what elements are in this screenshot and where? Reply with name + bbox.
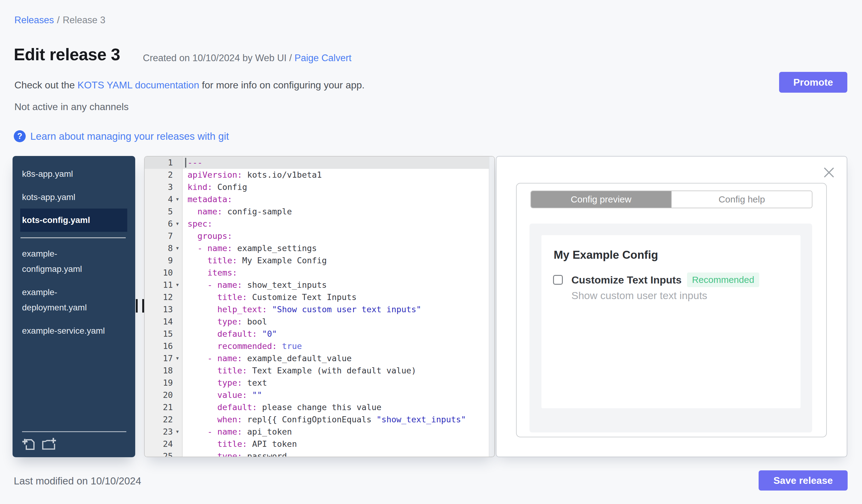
token-k: spec: [187, 219, 212, 228]
author-link[interactable]: Paige Calvert [295, 53, 351, 63]
token-k: - name: [187, 354, 242, 363]
fold-spacer [173, 205, 182, 218]
token-k: help_text: [187, 305, 267, 314]
code-content[interactable]: groups: [183, 230, 489, 242]
code-line-3[interactable]: 3kind: Config [145, 181, 489, 193]
fold-spacer [173, 340, 182, 352]
code-content[interactable]: - name: api_token [183, 426, 489, 438]
tab-config-help[interactable]: Config help [671, 191, 812, 208]
text-cursor [185, 158, 186, 168]
code-content[interactable]: metadata: [183, 193, 489, 205]
line-number: 17 [145, 352, 173, 364]
code-line-14[interactable]: 14 type: bool [145, 316, 489, 328]
code-line-22[interactable]: 22 when: repl{{ ConfigOptionEquals "show… [145, 413, 489, 426]
code-line-1[interactable]: 1--- [145, 157, 489, 169]
code-line-2[interactable]: 2apiVersion: kots.io/v1beta1 [145, 169, 489, 181]
code-line-6[interactable]: 6▾spec: [145, 218, 489, 230]
code-content[interactable]: apiVersion: kots.io/v1beta1 [183, 169, 489, 181]
yaml-code-editor[interactable]: 1---2apiVersion: kots.io/v1beta13kind: C… [144, 156, 495, 457]
code-content[interactable]: default: please change this value [183, 401, 489, 413]
code-line-4[interactable]: 4▾metadata: [145, 193, 489, 205]
fold-arrow-icon[interactable]: ▾ [173, 218, 182, 230]
sidebar-file-example-service-yaml[interactable]: example-service.yaml [13, 323, 109, 339]
code-content[interactable]: - name: show_text_inputs [183, 279, 489, 291]
code-content[interactable]: recommended: true [183, 340, 489, 352]
fold-arrow-icon[interactable]: ▾ [173, 193, 182, 205]
line-number: 16 [145, 340, 173, 352]
token-v: example_default_value [242, 354, 352, 363]
code-line-18[interactable]: 18 title: Text Example (with default val… [145, 364, 489, 377]
code-line-9[interactable]: 9 title: My Example Config [145, 254, 489, 267]
fold-spacer [173, 401, 182, 413]
gutter-line-1: 1 [145, 157, 183, 169]
code-line-21[interactable]: 21 default: please change this value [145, 401, 489, 413]
sidebar-file-example-deployment-yaml[interactable]: example-deployment.yaml [13, 285, 109, 315]
close-icon[interactable] [823, 167, 835, 178]
code-line-16[interactable]: 16 recommended: true [145, 340, 489, 352]
token-k: title: [187, 292, 247, 302]
code-line-25[interactable]: 25 type: password [145, 450, 489, 457]
fold-arrow-icon[interactable]: ▾ [173, 426, 182, 438]
code-line-5[interactable]: 5 name: config-sample [145, 205, 489, 218]
code-line-20[interactable]: 20 value: "" [145, 389, 489, 401]
code-content[interactable]: type: bool [183, 316, 489, 328]
code-content[interactable]: type: text [183, 377, 489, 389]
code-content[interactable]: name: config-sample [183, 205, 489, 218]
code-content[interactable]: --- [183, 157, 489, 169]
code-content[interactable]: - name: example_default_value [183, 352, 489, 364]
code-line-23[interactable]: 23▾ - name: api_token [145, 426, 489, 438]
code-content[interactable]: title: Text Example (with default value) [183, 364, 489, 377]
sidebar-file-k8s-app-yaml[interactable]: k8s-app.yaml [13, 167, 109, 182]
add-folder-icon[interactable] [41, 437, 56, 452]
code-line-7[interactable]: 7 groups: [145, 230, 489, 242]
git-releases-link[interactable]: Learn about managing your releases with … [30, 131, 229, 142]
promote-button[interactable]: Promote [779, 72, 847, 93]
add-file-icon[interactable] [22, 437, 37, 452]
code-line-24[interactable]: 24 title: API token [145, 438, 489, 450]
code-content[interactable]: title: API token [183, 438, 489, 450]
code-content[interactable]: type: password [183, 450, 489, 457]
line-number: 15 [145, 328, 173, 340]
code-line-17[interactable]: 17▾ - name: example_default_value [145, 352, 489, 364]
code-content[interactable]: - name: example_settings [183, 242, 489, 254]
save-release-button[interactable]: Save release [759, 470, 848, 491]
code-content[interactable]: when: repl{{ ConfigOptionEquals "show_te… [183, 413, 489, 426]
code-line-15[interactable]: 15 default: "0" [145, 328, 489, 340]
code-content[interactable]: help_text: "Show custom user text inputs… [183, 303, 489, 316]
config-group-title: My Example Config [554, 249, 658, 262]
code-content[interactable]: spec: [183, 218, 489, 230]
code-content[interactable]: kind: Config [183, 181, 489, 193]
page-title: Edit release 3 [14, 45, 120, 64]
code-line-11[interactable]: 11▾ - name: show_text_inputs [145, 279, 489, 291]
code-line-8[interactable]: 8▾ - name: example_settings [145, 242, 489, 254]
fold-arrow-icon[interactable]: ▾ [173, 242, 182, 254]
tab-config-preview[interactable]: Config preview [531, 191, 671, 208]
editor-scrollbar[interactable] [489, 157, 494, 456]
token-k: type: [187, 451, 242, 457]
token-v: Customize Text Inputs [247, 292, 357, 302]
code-line-10[interactable]: 10 items: [145, 267, 489, 279]
code-content[interactable]: title: Customize Text Inputs [183, 291, 489, 303]
code-content[interactable]: title: My Example Config [183, 254, 489, 267]
kots-yaml-docs-link[interactable]: KOTS YAML documentation [77, 80, 199, 91]
sidebar-file-kots-app-yaml[interactable]: kots-app.yaml [13, 190, 109, 205]
code-line-19[interactable]: 19 type: text [145, 377, 489, 389]
code-line-13[interactable]: 13 help_text: "Show custom user text inp… [145, 303, 489, 316]
token-k: groups: [187, 231, 232, 241]
code-content[interactable]: items: [183, 267, 489, 279]
sidebar-editor-split-handle[interactable] [136, 299, 144, 313]
code-content[interactable]: default: "0" [183, 328, 489, 340]
gutter-line-24: 24 [145, 438, 183, 450]
fold-arrow-icon[interactable]: ▾ [173, 352, 182, 364]
sidebar-file-example-configmap-yaml[interactable]: example-configmap.yaml [13, 246, 109, 277]
customize-text-inputs-checkbox[interactable] [553, 275, 563, 285]
file-tree-sidebar: k8s-app.yamlkots-app.yamlkots-config.yam… [13, 156, 135, 457]
fold-arrow-icon[interactable]: ▾ [173, 279, 182, 291]
code-content[interactable]: value: "" [183, 389, 489, 401]
fold-spacer [173, 267, 182, 279]
fold-spacer [173, 181, 182, 193]
gutter-line-7: 7 [145, 230, 183, 242]
sidebar-file-kots-config-yaml[interactable]: kots-config.yaml [20, 209, 127, 232]
breadcrumb-releases-link[interactable]: Releases [14, 15, 54, 25]
code-line-12[interactable]: 12 title: Customize Text Inputs [145, 291, 489, 303]
